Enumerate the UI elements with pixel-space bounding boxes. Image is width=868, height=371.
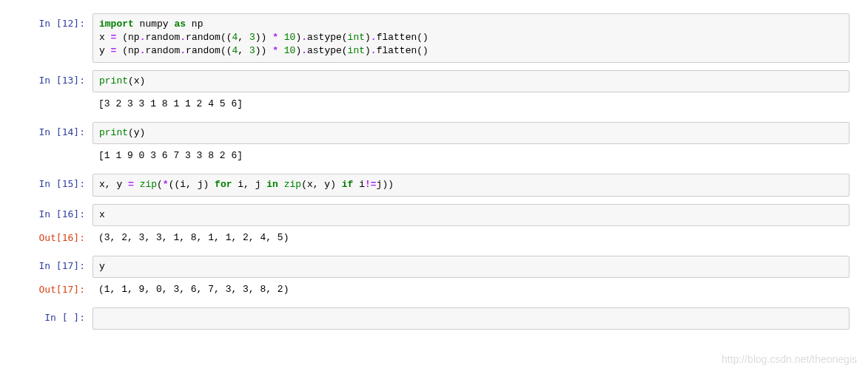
cell-3: In [15]:x, y = zip(*((i, j) for i, j in …: [18, 174, 850, 196]
input-row: In [15]:x, y = zip(*((i, j) for i, j in …: [18, 174, 850, 196]
code-input[interactable]: print(y): [92, 122, 850, 144]
cell-4: In [16]:xOut[16]:(3, 2, 3, 3, 1, 8, 1, 1…: [18, 204, 850, 248]
stdout-prompt: [18, 146, 92, 166]
code-input[interactable]: x: [92, 204, 850, 226]
cell-6: In [ ]:: [18, 307, 850, 330]
stdout-row: [1 1 9 0 3 6 7 3 3 8 2 6]: [18, 146, 850, 166]
input-row: In [16]:x: [18, 204, 850, 226]
input-prompt: In [12]:: [18, 13, 92, 63]
input-prompt: In [17]:: [18, 256, 92, 278]
notebook-container: In [12]:import numpy as np x = (np.rando…: [18, 13, 850, 330]
input-prompt: In [15]:: [18, 174, 92, 196]
input-row: In [ ]:: [18, 307, 850, 330]
cell-5: In [17]:yOut[17]:(1, 1, 9, 0, 3, 6, 7, 3…: [18, 256, 850, 300]
stdout-prompt: [18, 94, 92, 115]
cell-0: In [12]:import numpy as np x = (np.rando…: [18, 13, 850, 63]
stdout-output: [3 2 3 3 1 8 1 1 2 4 5 6]: [92, 94, 850, 115]
result-output: (3, 2, 3, 3, 1, 8, 1, 1, 2, 4, 5): [92, 228, 850, 248]
stdout-output: [1 1 9 0 3 6 7 3 3 8 2 6]: [92, 146, 850, 166]
code-input[interactable]: print(x): [92, 70, 850, 92]
code-input[interactable]: import numpy as np x = (np.random.random…: [92, 13, 850, 63]
output-prompt: Out[17]:: [18, 279, 92, 300]
result-row: Out[16]:(3, 2, 3, 3, 1, 8, 1, 1, 2, 4, 5…: [18, 228, 850, 248]
code-input[interactable]: y: [92, 256, 850, 278]
input-prompt: In [13]:: [18, 70, 92, 92]
result-row: Out[17]:(1, 1, 9, 0, 3, 6, 7, 3, 3, 8, 2…: [18, 279, 850, 300]
input-prompt: In [14]:: [18, 122, 92, 144]
input-prompt: In [16]:: [18, 204, 92, 226]
input-row: In [14]:print(y): [18, 122, 850, 144]
input-prompt: In [ ]:: [18, 307, 92, 330]
output-prompt: Out[16]:: [18, 228, 92, 248]
result-output: (1, 1, 9, 0, 3, 6, 7, 3, 3, 8, 2): [92, 279, 850, 300]
code-input[interactable]: x, y = zip(*((i, j) for i, j in zip(x, y…: [92, 174, 850, 196]
input-row: In [13]:print(x): [18, 70, 850, 92]
code-input[interactable]: [92, 307, 850, 330]
input-row: In [17]:y: [18, 256, 850, 278]
cell-1: In [13]:print(x)[3 2 3 3 1 8 1 1 2 4 5 6…: [18, 70, 850, 115]
cell-2: In [14]:print(y)[1 1 9 0 3 6 7 3 3 8 2 6…: [18, 122, 850, 166]
stdout-row: [3 2 3 3 1 8 1 1 2 4 5 6]: [18, 94, 850, 115]
input-row: In [12]:import numpy as np x = (np.rando…: [18, 13, 850, 63]
